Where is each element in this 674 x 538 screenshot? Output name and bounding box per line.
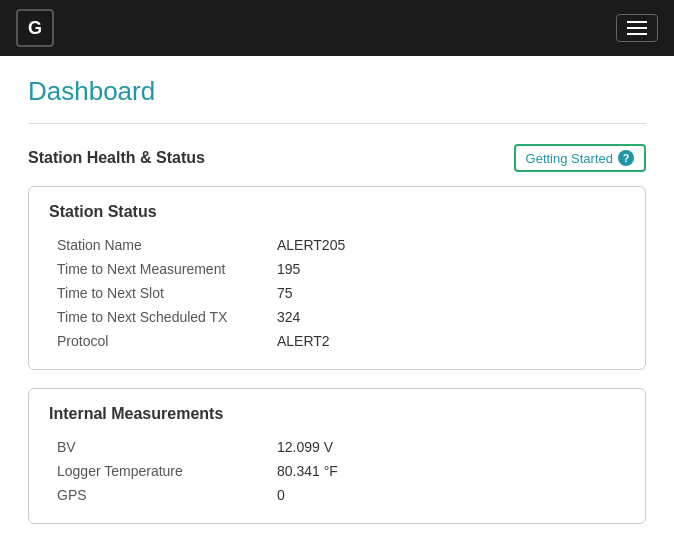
gps-label: GPS xyxy=(57,487,277,503)
title-divider xyxy=(28,123,646,124)
bv-label: BV xyxy=(57,439,277,455)
internal-measurements-card: Internal Measurements BV 12.099 V Logger… xyxy=(28,388,646,524)
logger-temp-label: Logger Temperature xyxy=(57,463,277,479)
hamburger-menu-button[interactable] xyxy=(616,14,658,42)
app-header: G xyxy=(0,0,674,56)
internal-measurements-card-title: Internal Measurements xyxy=(49,405,625,423)
page-title: Dashboard xyxy=(28,76,646,107)
main-content: Dashboard Station Health & Status Gettin… xyxy=(0,56,674,538)
hamburger-line-1 xyxy=(627,21,647,23)
time-next-measurement-label: Time to Next Measurement xyxy=(57,261,277,277)
table-row: Time to Next Slot 75 xyxy=(49,281,625,305)
table-row: Protocol ALERT2 xyxy=(49,329,625,353)
table-row: Time to Next Scheduled TX 324 xyxy=(49,305,625,329)
time-next-scheduled-value: 324 xyxy=(277,309,300,325)
help-icon: ? xyxy=(618,150,634,166)
table-row: Logger Temperature 80.341 °F xyxy=(49,459,625,483)
time-next-scheduled-label: Time to Next Scheduled TX xyxy=(57,309,277,325)
station-name-value: ALERT205 xyxy=(277,237,345,253)
station-status-card: Station Status Station Name ALERT205 Tim… xyxy=(28,186,646,370)
section-header: Station Health & Status Getting Started … xyxy=(28,144,646,172)
logo: G xyxy=(16,9,54,47)
time-next-slot-label: Time to Next Slot xyxy=(57,285,277,301)
protocol-label: Protocol xyxy=(57,333,277,349)
table-row: Station Name ALERT205 xyxy=(49,233,625,257)
protocol-value: ALERT2 xyxy=(277,333,330,349)
station-status-card-title: Station Status xyxy=(49,203,625,221)
time-next-slot-value: 75 xyxy=(277,285,293,301)
bv-value: 12.099 V xyxy=(277,439,333,455)
hamburger-line-2 xyxy=(627,27,647,29)
logger-temp-value: 80.341 °F xyxy=(277,463,338,479)
logo-icon: G xyxy=(28,18,42,39)
getting-started-button[interactable]: Getting Started ? xyxy=(514,144,646,172)
station-name-label: Station Name xyxy=(57,237,277,253)
table-row: Time to Next Measurement 195 xyxy=(49,257,625,281)
table-row: GPS 0 xyxy=(49,483,625,507)
time-next-measurement-value: 195 xyxy=(277,261,300,277)
section-title: Station Health & Status xyxy=(28,149,205,167)
gps-value: 0 xyxy=(277,487,285,503)
getting-started-label: Getting Started xyxy=(526,151,613,166)
table-row: BV 12.099 V xyxy=(49,435,625,459)
hamburger-line-3 xyxy=(627,33,647,35)
